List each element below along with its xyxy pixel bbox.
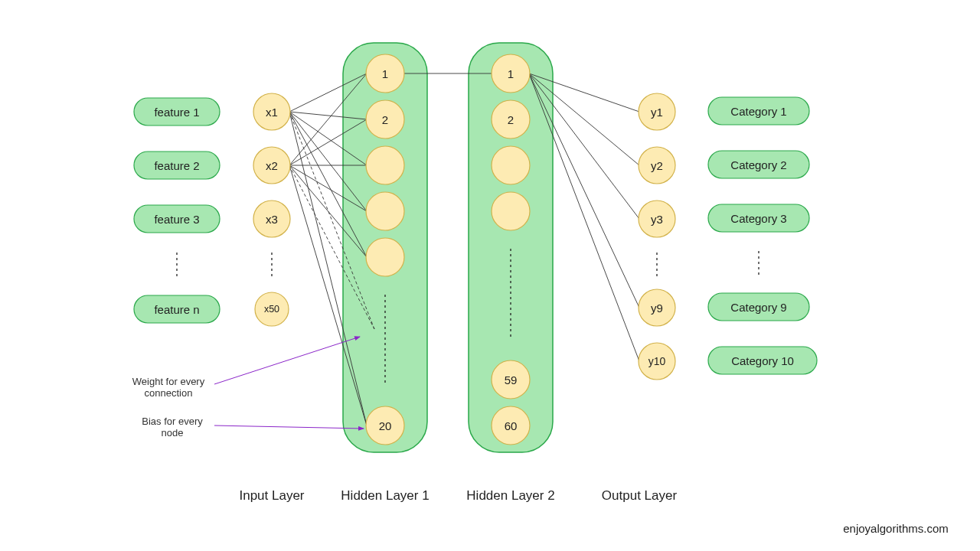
brand-pre: enjoy <box>843 522 871 535</box>
input-node-label: x3 <box>266 213 278 226</box>
category-label: Category 9 <box>730 301 786 314</box>
hidden1-node <box>366 192 404 230</box>
category-pill: Category 2 <box>708 151 809 178</box>
category-pill: Category 1 <box>708 97 809 125</box>
annotation-arrow <box>214 425 364 429</box>
output-node-label: y2 <box>651 159 663 172</box>
hidden2-node-label: 1 <box>508 67 514 80</box>
category-pill: Category 9 <box>708 293 809 321</box>
category-label: Category 10 <box>731 354 794 367</box>
hidden1-node <box>366 238 404 276</box>
category-label: Category 3 <box>730 212 786 225</box>
feature-pill: feature n <box>134 295 220 323</box>
bias-note-line1: Bias for every <box>142 416 203 427</box>
weight-note-line2: connection <box>145 387 193 399</box>
weight-note-line1: Weight for every <box>132 376 205 387</box>
input-node-label: x1 <box>266 106 278 119</box>
category-label: Category 1 <box>730 105 786 118</box>
hidden1-node-label: 2 <box>382 113 388 126</box>
hidden2-node-label: 60 <box>505 419 518 432</box>
output-node-label: y1 <box>651 106 663 119</box>
feature-pill: feature 2 <box>134 152 220 179</box>
brand-post: algorithms.com <box>871 522 949 535</box>
input-layer-caption: Input Layer <box>239 488 304 503</box>
annotation-arrow <box>214 337 360 384</box>
output-layer-caption: Output Layer <box>602 488 678 503</box>
output-node-label: y10 <box>648 355 666 367</box>
hidden1-layer-caption: Hidden Layer 1 <box>341 488 429 503</box>
hidden1-node <box>366 146 404 184</box>
category-pill: Category 3 <box>708 204 809 232</box>
bias-note-line2: node <box>162 427 184 439</box>
feature-label: feature 1 <box>154 106 199 119</box>
feature-label: feature n <box>154 303 199 316</box>
brand-text: enjoyalgorithms.com <box>843 522 949 535</box>
input-node-label: x50 <box>264 304 279 315</box>
hidden2-node-label: 2 <box>508 113 514 126</box>
category-label: Category 2 <box>730 158 786 171</box>
hidden2-node-label: 59 <box>505 373 518 386</box>
hidden2-node <box>492 146 530 184</box>
feature-pill: feature 3 <box>134 205 220 233</box>
output-node-label: y9 <box>651 302 663 315</box>
nn-diagram: feature 1 feature 2 feature 3 feature n … <box>0 0 980 551</box>
input-node-label: x2 <box>266 159 278 172</box>
hidden2-node <box>492 192 530 230</box>
output-node-label: y3 <box>651 213 663 226</box>
hidden1-node-label: 20 <box>379 419 392 432</box>
feature-label: feature 3 <box>154 213 199 226</box>
feature-pill: feature 1 <box>134 98 220 126</box>
category-pill: Category 10 <box>708 347 817 374</box>
feature-label: feature 2 <box>154 159 199 172</box>
hidden1-node-label: 1 <box>382 67 388 80</box>
hidden2-layer-caption: Hidden Layer 2 <box>466 488 554 503</box>
